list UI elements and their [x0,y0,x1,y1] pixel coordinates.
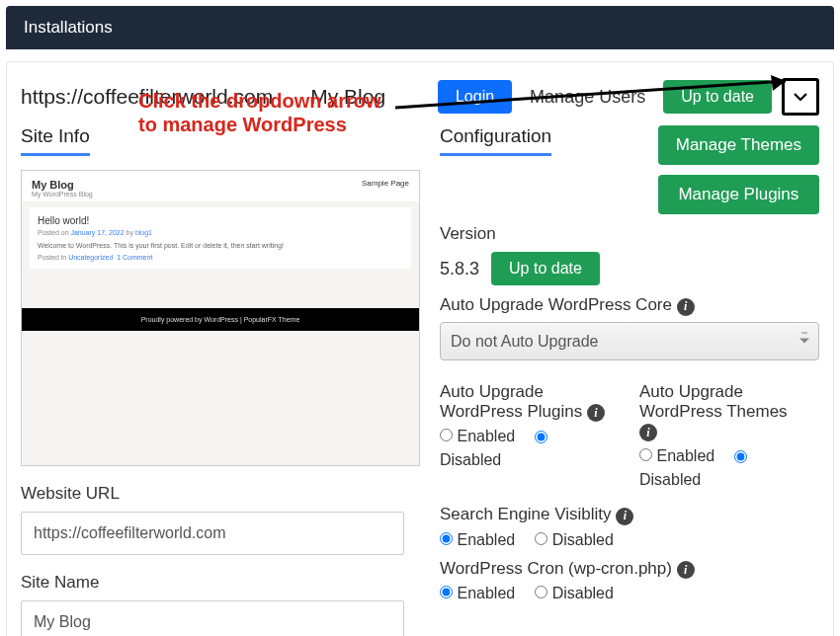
plugins-disabled-label: Disabled [440,451,620,469]
content-columns: Site Info My Blog My WordPress Blog Samp… [21,125,819,636]
auto-upgrade-core-select[interactable]: Do not Auto Upgrade [440,322,819,360]
themes-enabled-radio[interactable]: Enabled [639,447,714,465]
preview-post-excerpt: Welcome to WordPress. This is your first… [38,242,403,249]
themes-disabled-radio-empty[interactable] [734,450,747,463]
preview-title: My Blog [32,179,93,191]
preview-post-meta: Posted on January 17, 2022 by blog1 [38,229,403,236]
search-enabled-radio[interactable]: Enabled [440,531,515,549]
preview-header: My Blog My WordPress Blog Sample Page [22,171,419,201]
preview-subtitle: My WordPress Blog [32,191,93,198]
svg-line-0 [395,81,786,108]
cron-enabled-radio[interactable]: Enabled [440,585,515,602]
search-disabled-radio[interactable]: Disabled [535,531,614,549]
page-title: Installations [24,18,113,37]
version-value: 5.8.3 [440,259,479,279]
preview-sample-page: Sample Page [362,179,409,198]
info-icon[interactable]: i [616,508,633,525]
annotation-text: Click the dropdown arrow to manage WordP… [138,89,381,136]
site-info-tab[interactable]: Site Info [21,125,90,156]
configuration-column: Configuration Manage Themes Manage Plugi… [440,125,819,636]
plugins-disabled-radio-empty[interactable] [535,431,547,443]
annotation-line2: to manage WordPress [138,113,381,136]
auto-upgrade-plugins: Auto Upgrade WordPress Plugins i Enabled… [440,372,620,496]
auto-upgrade-core-select-wrap: Do not Auto Upgrade [440,322,819,360]
preview-body: Hello world! Posted on January 17, 2022 … [30,207,411,269]
version-label: Version [440,224,819,244]
svg-marker-1 [771,75,786,91]
site-info-column: Site Info My Blog My WordPress Blog Samp… [21,125,420,636]
annotation-line1: Click the dropdown arrow [138,89,381,113]
cron-disabled-radio[interactable]: Disabled [535,585,614,602]
preview-footer: Proudly powered by WordPress | PopularFX… [22,308,419,331]
search-visibility-radios: Enabled Disabled [440,531,819,549]
search-visibility-label: Search Engine Visiblity i [440,505,819,525]
info-icon[interactable]: i [677,561,695,579]
version-row: 5.8.3 Up to date [440,252,819,285]
website-url-label: Website URL [21,484,420,504]
site-preview: My Blog My WordPress Blog Sample Page He… [21,170,420,466]
manage-themes-button[interactable]: Manage Themes [658,125,819,165]
version-up-to-date-badge[interactable]: Up to date [491,252,600,285]
cron-radios: Enabled Disabled [440,585,819,602]
auto-upgrade-themes: Auto Upgrade WordPress Themes i Enabled … [639,372,819,496]
website-url-input[interactable] [21,512,404,555]
page-header: Installations [6,6,834,49]
config-top: Configuration Manage Themes Manage Plugi… [440,125,819,214]
info-icon[interactable]: i [677,298,695,316]
configuration-tab[interactable]: Configuration [440,125,551,156]
cron-label: WordPress Cron (wp-cron.php) i [440,559,819,580]
config-buttons: Manage Themes Manage Plugins [658,125,819,214]
site-name-input[interactable] [21,600,404,636]
info-icon[interactable]: i [639,424,657,441]
themes-disabled-label: Disabled [639,471,819,489]
info-icon[interactable]: i [587,404,605,422]
preview-post-cat: Posted in Uncategorized 1 Comment [38,254,403,261]
preview-post-title: Hello world! [38,215,403,226]
plugins-enabled-radio[interactable]: Enabled [440,428,515,445]
auto-upgrade-two-col: Auto Upgrade WordPress Plugins i Enabled… [440,372,819,496]
installation-card: https://coffeefilterworld.com My Blog Lo… [6,61,834,636]
auto-upgrade-core-label: Auto Upgrade WordPress Core i [440,295,819,316]
manage-plugins-button[interactable]: Manage Plugins [658,175,819,214]
annotation-arrow [395,73,810,122]
site-name-label: Site Name [21,573,420,593]
